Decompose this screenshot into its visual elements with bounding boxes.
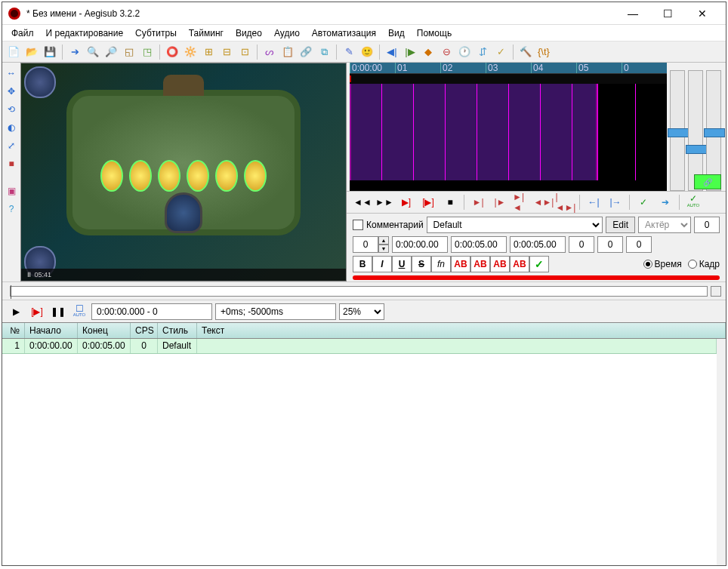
menu-file[interactable]: Файл xyxy=(5,26,40,40)
video-jump-icon[interactable]: ⭕ xyxy=(164,44,180,60)
replace-icon[interactable]: 🔎 xyxy=(103,44,119,60)
drag-tool-icon[interactable]: ✥ xyxy=(4,84,19,99)
grid-row[interactable]: 1 0:00:00.00 0:00:05.00 0 Default xyxy=(2,339,717,354)
undo-icon[interactable]: ➔ xyxy=(66,44,83,60)
menu-video[interactable]: Видео xyxy=(230,26,268,40)
snap-start-icon[interactable]: ◆ xyxy=(420,44,436,60)
primary-color-button[interactable]: AB xyxy=(451,256,470,272)
lead-in-icon[interactable]: ←| xyxy=(584,193,603,211)
horizontal-zoom-slider[interactable] xyxy=(670,70,685,191)
bold-button[interactable]: B xyxy=(353,256,372,272)
export-icon[interactable]: ◱ xyxy=(121,44,137,60)
style-combo[interactable]: Default xyxy=(427,217,603,233)
fonts-collector-icon[interactable]: ✎ xyxy=(341,44,357,60)
col-style[interactable]: Стиль xyxy=(158,323,197,338)
menu-view[interactable]: Вид xyxy=(382,26,411,40)
time-mode-radio[interactable]: Время xyxy=(643,259,682,269)
keyframe-next-icon[interactable]: |▶ xyxy=(402,44,418,60)
col-text[interactable]: Текст xyxy=(197,323,726,338)
seek-scroll-up[interactable] xyxy=(711,286,721,297)
audio-scrollbar[interactable] xyxy=(350,73,667,84)
maximize-button[interactable]: ☐ xyxy=(650,2,685,25)
edit-style-button[interactable]: Edit xyxy=(606,217,635,233)
play-line-video-button[interactable]: [▶] xyxy=(28,303,46,320)
play-first-icon[interactable]: ►|◄ xyxy=(512,193,532,211)
clip-tool-icon[interactable]: ■ xyxy=(4,156,19,171)
save-file-icon[interactable]: 💾 xyxy=(42,44,58,60)
play-after-icon[interactable]: |► xyxy=(490,193,510,211)
col-end[interactable]: Конец xyxy=(78,323,131,338)
menu-subtitles[interactable]: Субтитры xyxy=(129,26,183,40)
shift-times-icon[interactable]: ⊞ xyxy=(200,44,217,60)
zoom-in-icon[interactable]: 🔆 xyxy=(182,44,199,60)
outline-color-button[interactable]: AB xyxy=(490,256,510,272)
spell-check-icon[interactable]: 🙂 xyxy=(359,44,375,60)
menu-edit[interactable]: И редактирование xyxy=(40,26,130,40)
pause-video-button[interactable]: ❚❚ xyxy=(49,303,67,320)
margin-left-field[interactable] xyxy=(569,236,594,253)
next-line-icon[interactable]: ➔ xyxy=(656,193,675,211)
margin-vert-field[interactable] xyxy=(626,236,652,253)
rotate-z-tool-icon[interactable]: ⟲ xyxy=(4,102,19,117)
link-sliders-button[interactable]: 🔗 xyxy=(694,174,721,189)
seek-track[interactable] xyxy=(10,286,708,297)
options-icon[interactable]: 🔨 xyxy=(517,44,534,60)
play-line-icon[interactable]: [▶] xyxy=(418,193,438,211)
menu-timing[interactable]: Тайминг xyxy=(183,26,230,40)
standard-tool-icon[interactable]: ↔ xyxy=(4,66,19,81)
minimize-button[interactable]: — xyxy=(615,2,650,25)
styling-assistant-icon[interactable]: ᔕ xyxy=(261,44,278,60)
video-position-field[interactable] xyxy=(91,303,212,320)
audio-waveform[interactable]: 0:00:0001020304050 xyxy=(350,63,667,191)
col-start[interactable]: Начало xyxy=(25,323,78,338)
layer-down[interactable]: ▼ xyxy=(378,245,389,253)
find-icon[interactable]: 🔍 xyxy=(85,44,101,60)
stop-icon[interactable]: ■ xyxy=(440,193,460,211)
play-before-icon[interactable]: ►| xyxy=(468,193,488,211)
rotate-xy-tool-icon[interactable]: ◐ xyxy=(4,120,19,135)
italic-button[interactable]: I xyxy=(372,256,392,272)
autoscroll-toggle[interactable]: ☐AUTO xyxy=(70,303,88,320)
play-selection-icon[interactable]: ▶] xyxy=(396,193,416,211)
menu-automation[interactable]: Автоматизация xyxy=(306,26,382,40)
close-button[interactable]: ✕ xyxy=(685,2,720,25)
video-preview[interactable]: ⏸ 05:41 xyxy=(20,63,347,281)
open-file-icon[interactable]: 📂 xyxy=(23,44,40,60)
col-number[interactable]: № xyxy=(2,323,25,338)
kanji-timer-icon[interactable]: ⊡ xyxy=(236,44,253,60)
lead-out-icon[interactable]: |→ xyxy=(606,193,625,211)
sort-icon[interactable]: ⇵ xyxy=(474,44,491,60)
timing-post-icon[interactable]: ⊟ xyxy=(218,44,235,60)
layer-field[interactable] xyxy=(353,236,378,253)
snap-end-icon[interactable]: ⊖ xyxy=(438,44,455,60)
vector-clip-tool-icon[interactable]: ▣ xyxy=(4,183,19,198)
menu-audio[interactable]: Аудио xyxy=(268,26,306,40)
duration-field[interactable] xyxy=(510,236,566,253)
strikeout-button[interactable]: S xyxy=(412,256,431,272)
play-to-end-icon[interactable]: |◄►| xyxy=(556,193,575,211)
volume-slider[interactable] xyxy=(706,70,721,191)
end-time-field[interactable] xyxy=(451,236,507,253)
secondary-color-button[interactable]: AB xyxy=(470,256,490,272)
commit-icon[interactable]: ✓ xyxy=(634,193,653,211)
start-time-field[interactable] xyxy=(392,236,448,253)
zoom-select[interactable]: 25% xyxy=(339,303,384,320)
frame-mode-radio[interactable]: Кадр xyxy=(688,259,720,269)
keyframe-prev-icon[interactable]: ◀| xyxy=(384,44,400,60)
comment-checkbox[interactable] xyxy=(353,220,363,230)
subtitle-grid[interactable]: 1 0:00:00.00 0:00:05.00 0 Default xyxy=(2,339,726,565)
layer-up[interactable]: ▲ xyxy=(378,236,389,245)
menu-help[interactable]: Помощь xyxy=(411,26,458,40)
subtitle-text-input[interactable] xyxy=(353,275,720,280)
underline-button[interactable]: U xyxy=(392,256,412,272)
resample-icon[interactable]: 🔗 xyxy=(298,44,314,60)
shadow-color-button[interactable]: AB xyxy=(510,256,529,272)
commit-text-button[interactable]: ✓ xyxy=(529,256,549,272)
effect-field[interactable] xyxy=(694,217,720,233)
vertical-zoom-slider[interactable] xyxy=(688,70,703,191)
translation-assistant-icon[interactable]: 📋 xyxy=(279,44,296,60)
grid-scrollbar[interactable] xyxy=(717,339,726,565)
clock-icon[interactable]: 🕐 xyxy=(456,44,473,60)
help-tool-icon[interactable]: ? xyxy=(4,201,19,217)
scale-tool-icon[interactable]: ⤢ xyxy=(4,138,19,153)
